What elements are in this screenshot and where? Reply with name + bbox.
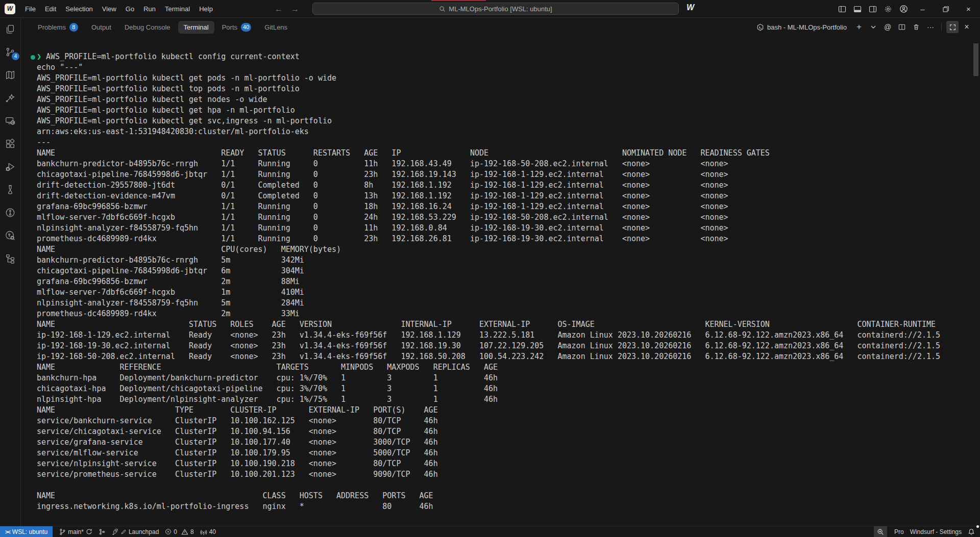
status-right: Pro Windsurf - Settings — [874, 526, 980, 537]
tab-gitlens[interactable]: GitLens — [259, 21, 293, 34]
terminal-actions: bash - ML-MLOps-Portfolio + @ — [756, 21, 973, 33]
terminal-line: ip-192-168-50-208.ec2.internal Ready <no… — [37, 351, 980, 362]
windsurf-settings-item[interactable]: Windsurf - Settings — [907, 526, 965, 537]
restore-button[interactable] — [934, 0, 957, 18]
remote-explorer-icon[interactable] — [4, 115, 16, 127]
hierarchy-icon[interactable] — [4, 252, 16, 265]
activity-bar: 4 — [0, 18, 21, 526]
split-terminal-icon[interactable] — [896, 21, 908, 33]
menu-file[interactable]: File — [20, 3, 40, 15]
testing-icon[interactable] — [4, 184, 16, 196]
more-actions-icon[interactable]: ··· — [924, 21, 937, 33]
tab-problems[interactable]: Problems 8 — [32, 20, 84, 34]
toggle-primary-sidebar-icon[interactable] — [835, 3, 850, 16]
toggle-panel-icon[interactable] — [850, 3, 865, 16]
terminal-line: --- — [37, 137, 980, 148]
bell-icon — [968, 528, 975, 535]
account-icon[interactable] — [896, 3, 911, 16]
menu-edit[interactable]: Edit — [40, 3, 61, 15]
terminal-line: NAME STATUS ROLES AGE VERSION INTERNAL-I… — [37, 319, 980, 330]
terminal-line: AWS_PROFILE=ml-portfolio kubectl get pod… — [37, 73, 980, 84]
panel-tabs: Problems 8 Output Debug Console Terminal… — [32, 20, 293, 34]
command-center-search[interactable]: ML-MLOps-Portfolio [WSL: ubuntu] — [312, 3, 679, 15]
zoom-indicator[interactable] — [874, 526, 887, 537]
windsurf-logo[interactable]: W — [5, 4, 15, 14]
run-debug-icon[interactable] — [4, 161, 16, 173]
windsurf-window: W File Edit Selection View Go Run Termin… — [0, 0, 980, 537]
terminal-line: nlpinsight-analyzer-f84558759-fq5hn 1/1 … — [37, 223, 980, 234]
terminal-lines: ❯ AWS_PROFILE=ml-portfolio kubectl confi… — [21, 36, 980, 512]
forward-arrow-icon[interactable]: → — [291, 5, 299, 14]
notifications-bell[interactable] — [965, 526, 978, 537]
branch-indicator[interactable]: main* — [56, 526, 95, 537]
mention-icon[interactable]: @ — [881, 21, 894, 33]
problems-badge: 8 — [69, 23, 78, 32]
terminal-view[interactable]: ❯ AWS_PROFILE=ml-portfolio kubectl confi… — [21, 36, 980, 526]
terminal-line: nlpinsight-analyzer-f84558759-fq5hn 5m 2… — [37, 298, 980, 309]
terminal-line: NAME REFERENCE TARGETS MINPODS MAXPODS R… — [37, 362, 980, 373]
tab-debug-console[interactable]: Debug Console — [119, 21, 176, 34]
gitlens-branch-item[interactable] — [95, 526, 109, 537]
search-icon — [439, 6, 446, 12]
terminal-line: prometheus-dc4689989-rd4kx 2m 33Mi — [37, 309, 980, 319]
back-arrow-icon[interactable]: ← — [275, 5, 283, 14]
explorer-icon[interactable] — [4, 23, 16, 35]
terminal-line: bankchurn-predictor-b4895b76c-rnrgh 5m 3… — [37, 255, 980, 266]
terminal-line: service/prometheus-service ClusterIP 10.… — [37, 469, 980, 480]
terminal-line: ip-192-168-1-129.ec2.internal Ready <non… — [37, 330, 980, 341]
menu-terminal[interactable]: Terminal — [160, 3, 194, 15]
terminal-line: AWS_PROFILE=ml-portfolio kubectl top pod… — [37, 84, 980, 94]
map-icon[interactable] — [4, 69, 16, 81]
gitlens-inspect-icon[interactable] — [4, 229, 16, 242]
menubar: File Edit Selection View Go Run Terminal… — [20, 3, 217, 15]
terminal-line — [37, 480, 980, 491]
menu-selection[interactable]: Selection — [61, 3, 97, 15]
new-terminal-icon[interactable]: + — [853, 21, 865, 33]
maximize-panel-icon[interactable] — [946, 21, 959, 33]
terminal-line: nlpinsight-hpa Deployment/nlpinsight-ana… — [37, 394, 980, 405]
tab-output[interactable]: Output — [86, 21, 117, 34]
terminal-line: echo "---" — [37, 62, 980, 73]
terminal-scrollbar[interactable] — [973, 43, 978, 76]
extensions-icon[interactable] — [4, 138, 16, 150]
source-control-icon[interactable]: 4 — [4, 46, 16, 58]
close-window-button[interactable]: × — [957, 0, 980, 18]
panel-header: Problems 8 Output Debug Console Terminal… — [21, 18, 980, 36]
bash-icon — [756, 23, 764, 31]
pro-indicator[interactable]: Pro — [891, 526, 907, 537]
minimize-button[interactable]: – — [911, 0, 934, 18]
terminal-session-label[interactable]: bash - ML-MLOps-Portfolio — [756, 23, 847, 31]
commit-graph-icon[interactable] — [4, 207, 16, 219]
menu-help[interactable]: Help — [194, 3, 217, 15]
tab-terminal[interactable]: Terminal — [178, 21, 214, 34]
close-panel-icon[interactable]: × — [961, 21, 973, 33]
terminal-line: service/grafana-service ClusterIP 10.100… — [37, 437, 980, 448]
problems-indicator[interactable]: 0 8 — [162, 526, 197, 537]
terminal-line: NAME TYPE CLUSTER-IP EXTERNAL-IP PORT(S)… — [37, 405, 980, 416]
search-text: ML-MLOps-Portfolio [WSL: ubuntu] — [449, 5, 552, 13]
notification-dot — [976, 525, 979, 528]
toggle-secondary-sidebar-icon[interactable] — [865, 3, 880, 16]
warning-icon — [181, 528, 188, 535]
kill-terminal-icon[interactable] — [910, 21, 922, 33]
terminal-line: NAME CPU(cores) MEMORY(bytes) — [37, 244, 980, 255]
terminal-line: AWS_PROFILE=ml-portfolio kubectl get hpa… — [37, 105, 980, 116]
ai-wand-icon[interactable] — [4, 92, 16, 104]
ports-indicator[interactable]: 40 — [197, 526, 219, 537]
terminal-profile-chevron-icon[interactable] — [867, 21, 879, 33]
menu-view[interactable]: View — [97, 3, 121, 15]
settings-gear-icon[interactable] — [880, 3, 896, 16]
menu-go[interactable]: Go — [121, 3, 139, 15]
tab-ports[interactable]: Ports 40 — [216, 20, 257, 34]
command-text: AWS_PROFILE=ml-portfolio kubectl config … — [46, 52, 300, 61]
remote-indicator[interactable]: >< WSL: ubuntu — [0, 526, 53, 537]
status-bar: >< WSL: ubuntu main* — [0, 526, 980, 537]
remote-icon: >< — [5, 529, 10, 535]
menu-run[interactable]: Run — [139, 3, 160, 15]
terminal-line: bankchurn-hpa Deployment/bankchurn-predi… — [37, 373, 980, 383]
terminal-line: chicagotaxi-hpa Deployment/chicagotaxi-p… — [37, 383, 980, 394]
source-control-badge: 4 — [12, 53, 19, 60]
command-decoration-dot[interactable] — [31, 55, 35, 60]
launchpad-item[interactable]: Launchpad — [109, 526, 162, 537]
error-icon — [165, 528, 172, 535]
